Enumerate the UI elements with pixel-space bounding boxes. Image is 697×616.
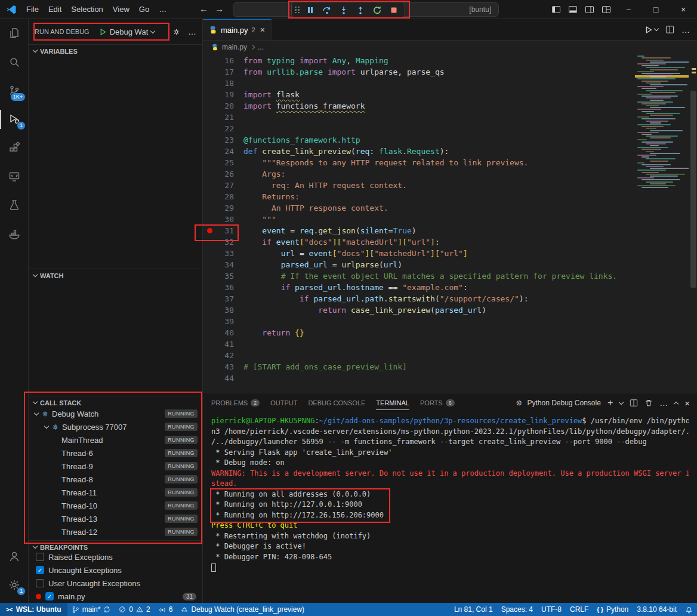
launch-config-gear-icon[interactable] bbox=[172, 27, 181, 36]
call-stack-row[interactable]: Thread-8RUNNING bbox=[29, 473, 202, 486]
breakpoint-checkbox[interactable] bbox=[36, 579, 44, 587]
code-text[interactable]: """Responds to any HTTP request related … bbox=[243, 157, 528, 168]
breakpoint-dot[interactable] bbox=[207, 228, 212, 233]
toolbar-grip-icon[interactable] bbox=[295, 7, 300, 14]
code-text[interactable]: return {} bbox=[243, 327, 304, 338]
branch-indicator[interactable]: main* bbox=[67, 603, 115, 616]
breakpoint-checkbox[interactable]: ✓ bbox=[36, 566, 44, 574]
code-text[interactable]: import flask bbox=[243, 89, 300, 100]
call-stack-row[interactable]: Debug WatchRUNNING bbox=[29, 407, 202, 420]
interpreter-indicator[interactable]: 3.8.10 64-bit bbox=[633, 603, 681, 616]
code-text[interactable]: req: An HTTP request context. bbox=[243, 180, 407, 191]
split-terminal-icon[interactable] bbox=[630, 399, 638, 407]
terminal-content[interactable]: pierrick@LAPTOP-HKU5PNNG:~/git/add-ons-s… bbox=[211, 416, 689, 603]
code-area[interactable]: 16from typing import Any, Mapping17from … bbox=[203, 54, 697, 393]
breadcrumb-symbol[interactable]: ... bbox=[258, 43, 264, 51]
terminal-profile-chevron-icon[interactable] bbox=[619, 399, 624, 404]
code-text[interactable]: parsed_url = urlparse(url) bbox=[243, 259, 402, 270]
step-into-button[interactable] bbox=[336, 3, 351, 17]
watch-section-header[interactable]: WATCH bbox=[29, 269, 202, 282]
run-python-file-button[interactable] bbox=[644, 26, 658, 34]
settings-gear-icon[interactable]: 1 bbox=[0, 571, 28, 599]
panel-tab-problems[interactable]: PROBLEMS2 bbox=[211, 393, 260, 412]
source-control-icon[interactable]: 1K+ bbox=[0, 76, 28, 105]
step-over-button[interactable] bbox=[319, 3, 335, 17]
call-stack-row[interactable]: Thread-10RUNNING bbox=[29, 499, 202, 512]
code-text[interactable]: Returns: bbox=[243, 191, 300, 202]
panel-tab-terminal[interactable]: TERMINAL bbox=[376, 393, 409, 412]
code-text[interactable]: @functions_framework.http bbox=[243, 134, 360, 146]
notifications-bell[interactable] bbox=[681, 603, 697, 616]
panel-tab-output[interactable]: OUTPUT bbox=[270, 393, 297, 412]
panel-more-actions-icon[interactable]: … bbox=[659, 398, 668, 408]
breadcrumb-file[interactable]: main.py bbox=[222, 43, 247, 51]
code-text[interactable]: from urllib.parse import urlparse, parse… bbox=[243, 66, 445, 78]
breadcrumb[interactable]: main.py ... bbox=[203, 41, 697, 54]
code-text[interactable]: url = event["docs"]["matchedUrl"]["url"] bbox=[243, 248, 468, 259]
call-stack-row[interactable]: Thread-11RUNNING bbox=[29, 486, 202, 499]
menu-edit[interactable]: Edit bbox=[44, 3, 66, 16]
nav-back-icon[interactable]: ← bbox=[199, 4, 208, 14]
docker-icon[interactable] bbox=[0, 220, 28, 248]
remote-explorer-icon[interactable] bbox=[0, 162, 28, 191]
step-out-button[interactable] bbox=[353, 3, 368, 17]
indentation-indicator[interactable]: Spaces: 4 bbox=[497, 603, 537, 616]
extensions-icon[interactable] bbox=[0, 134, 28, 162]
breakpoint-row[interactable]: User Uncaught Exceptions bbox=[29, 577, 202, 590]
problems-indicator[interactable]: 0 2 bbox=[115, 603, 154, 616]
code-text[interactable]: # [START add_ons_case_preview_link] bbox=[243, 361, 407, 372]
breakpoint-checkbox[interactable] bbox=[36, 553, 44, 561]
toggle-sidebar-icon[interactable] bbox=[548, 0, 565, 19]
run-and-debug-icon[interactable]: 1 bbox=[0, 105, 28, 134]
encoding-indicator[interactable]: UTF-8 bbox=[537, 603, 566, 616]
menu-selection[interactable]: Selection bbox=[66, 3, 107, 16]
breakpoint-row[interactable]: ✓Uncaught Exceptions bbox=[29, 563, 202, 577]
restart-button[interactable] bbox=[369, 3, 385, 17]
pause-button[interactable] bbox=[303, 3, 318, 17]
call-stack-row[interactable]: Subprocess 77007RUNNING bbox=[29, 420, 202, 433]
minimap[interactable] bbox=[635, 55, 689, 195]
close-button[interactable]: × bbox=[670, 0, 697, 19]
menu-file[interactable]: File bbox=[21, 3, 44, 16]
nav-forward-icon[interactable]: → bbox=[215, 4, 224, 14]
ports-indicator[interactable]: 6 bbox=[155, 603, 177, 616]
new-terminal-icon[interactable]: + bbox=[607, 398, 613, 408]
code-text[interactable]: An HTTP response context. bbox=[243, 202, 388, 214]
call-stack-row[interactable]: Thread-12RUNNING bbox=[29, 525, 202, 538]
minimize-button[interactable]: − bbox=[615, 0, 642, 19]
toggle-panel-icon[interactable] bbox=[565, 0, 581, 19]
testing-icon[interactable] bbox=[0, 191, 28, 220]
toggle-secondary-sidebar-icon[interactable] bbox=[581, 0, 598, 19]
remote-indicator[interactable]: >< WSL: Ubuntu bbox=[0, 603, 67, 616]
tab-close-icon[interactable]: × bbox=[260, 25, 265, 35]
panel-tab-ports[interactable]: PORTS6 bbox=[420, 393, 455, 412]
search-icon[interactable] bbox=[0, 48, 28, 76]
maximize-button[interactable]: □ bbox=[642, 0, 670, 19]
breakpoint-row[interactable]: Raised Exceptions bbox=[29, 550, 202, 563]
variables-section-header[interactable]: VARIABLES bbox=[29, 44, 202, 57]
menu-view[interactable]: View bbox=[108, 3, 134, 16]
breakpoint-checkbox[interactable]: ✓ bbox=[45, 592, 54, 600]
split-editor-icon[interactable] bbox=[665, 25, 674, 34]
code-text[interactable]: """ bbox=[243, 214, 276, 225]
code-text[interactable]: from typing import Any, Mapping bbox=[243, 55, 388, 66]
tab-main-py[interactable]: main.py 2 × bbox=[203, 19, 272, 40]
debug-config-picker[interactable]: Debug Wat bbox=[95, 26, 159, 38]
language-indicator[interactable]: { } Python bbox=[593, 603, 633, 616]
call-stack-row[interactable]: Thread-6RUNNING bbox=[29, 446, 202, 460]
code-text[interactable]: return case_link_preview(parsed_url) bbox=[243, 304, 486, 316]
explorer-icon[interactable] bbox=[0, 19, 28, 48]
menu-go[interactable]: Go bbox=[134, 3, 154, 16]
call-stack-row[interactable]: Thread-13RUNNING bbox=[29, 512, 202, 525]
code-text[interactable]: if parsed_url.hostname == "example.com": bbox=[243, 282, 468, 293]
code-text[interactable]: # If the event object URL matches a spec… bbox=[243, 270, 617, 282]
eol-indicator[interactable]: CRLF bbox=[566, 603, 593, 616]
kill-terminal-icon[interactable] bbox=[644, 399, 653, 407]
editor-scrollbar[interactable] bbox=[690, 54, 697, 393]
cursor-position[interactable]: Ln 81, Col 1 bbox=[450, 603, 497, 616]
breakpoint-gutter[interactable] bbox=[203, 228, 216, 233]
call-stack-row[interactable]: Thread-9RUNNING bbox=[29, 460, 202, 473]
customize-layout-icon[interactable] bbox=[598, 0, 615, 19]
code-text[interactable]: import functions_framework bbox=[243, 100, 365, 112]
call-stack-row[interactable]: MainThreadRUNNING bbox=[29, 433, 202, 446]
